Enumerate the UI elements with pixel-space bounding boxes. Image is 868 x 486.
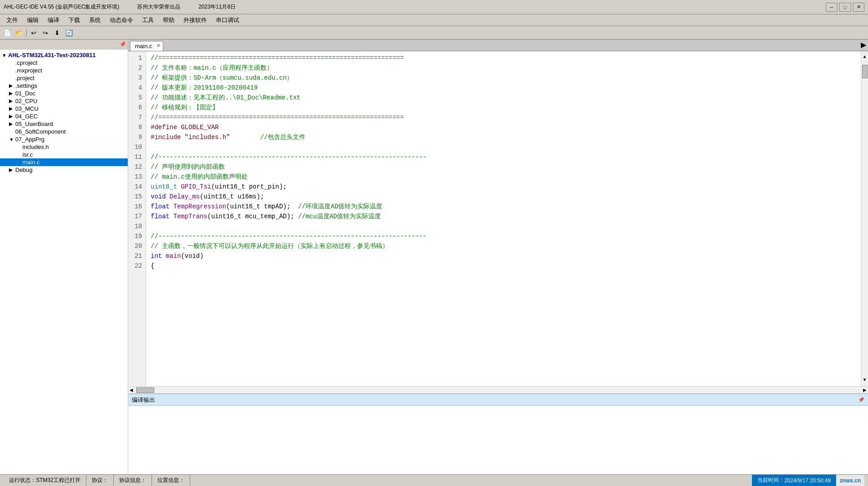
tree-item-project[interactable]: .project: [0, 74, 128, 82]
tree-item-04gec[interactable]: ▶ 04_GEC: [0, 112, 128, 120]
toolbar-redo[interactable]: ↪: [40, 27, 51, 38]
menu-help[interactable]: 帮助: [158, 15, 179, 25]
tree-arrow: ▶: [9, 121, 15, 127]
tree-item-01doc[interactable]: ▶ 01_Doc: [0, 90, 128, 97]
sidebar-pin-icon[interactable]: 📌: [120, 41, 126, 47]
code-content[interactable]: //======================================…: [146, 51, 861, 386]
line-num: 12: [132, 162, 142, 172]
menu-serial-debug[interactable]: 串口调试: [211, 15, 244, 25]
tree-label: .cproject: [15, 59, 37, 66]
toolbar-new[interactable]: 📄: [2, 27, 13, 38]
menu-compile[interactable]: 编译: [43, 15, 64, 25]
tree-label: isr.c: [22, 151, 33, 158]
menu-file[interactable]: 文件: [2, 15, 22, 25]
protocol-info-label: 协议信息：: [119, 477, 146, 484]
tree-item-mainc[interactable]: main.c: [0, 158, 128, 166]
tree-item-settings[interactable]: ▶ .settings: [0, 82, 128, 90]
h-scroll-thumb[interactable]: [136, 387, 154, 393]
line-num: 3: [132, 73, 142, 83]
tab-scroll-right-icon[interactable]: ▶: [861, 40, 866, 49]
maximize-button[interactable]: □: [839, 3, 851, 12]
tree-label: 01_Doc: [15, 90, 36, 97]
toolbar-refresh[interactable]: 🔄: [63, 27, 74, 38]
file-tree: ▼ AHL-STM32L431-Test-20230811 .cproject …: [0, 50, 128, 474]
line-num: 6: [132, 103, 142, 112]
line-num: 18: [132, 221, 142, 231]
tree-label: 03_MCU: [15, 105, 38, 112]
time-label: 当前时间：: [757, 477, 784, 484]
project-root[interactable]: ▼ AHL-STM32L431-Test-20230811: [0, 51, 128, 59]
menu-tools[interactable]: 工具: [138, 15, 158, 25]
h-scroll-right-icon[interactable]: ▶: [862, 387, 868, 392]
tree-label: .project: [15, 75, 35, 81]
output-content[interactable]: [128, 406, 868, 474]
tree-item-02cpu[interactable]: ▶ 02_CPU: [0, 97, 128, 105]
tree-label: .settings: [15, 82, 37, 89]
tree-item-mxproject[interactable]: .mxproject: [0, 67, 128, 74]
tree-label: Debug: [15, 166, 32, 173]
scroll-up-icon[interactable]: ▲: [862, 51, 867, 63]
tree-label: 05_UserBoard: [15, 121, 53, 127]
line-num: 20: [132, 241, 142, 251]
sidebar-header: 📌: [0, 40, 128, 50]
output-header: 编译输出 📌: [128, 394, 868, 406]
tree-arrow: ▶: [9, 113, 15, 119]
tree-item-05userboard[interactable]: ▶ 05_UserBoard: [0, 120, 128, 128]
tree-label: 04_GEC: [15, 113, 38, 120]
tree-arrow: [9, 129, 15, 135]
right-panel: main.c ✕ ▶ 1 2 3 4 5 6 7 8 9 10: [128, 40, 868, 474]
menu-edit[interactable]: 编辑: [22, 15, 43, 25]
menu-download[interactable]: 下载: [64, 15, 85, 25]
tree-arrow: [16, 144, 22, 150]
tree-item-07appprg[interactable]: ▼ 07_AppPrg: [0, 135, 128, 143]
status-protocol-info: 协议信息：: [114, 475, 152, 486]
toolbar-undo[interactable]: ↩: [28, 27, 39, 38]
tree-item-debug[interactable]: ▶ Debug: [0, 166, 128, 174]
line-num: 1: [132, 53, 142, 63]
tree-arrow: ▼: [9, 137, 15, 142]
line-num: 16: [132, 202, 142, 212]
editor-scrollbar[interactable]: ▲ ▼: [861, 51, 868, 386]
run-state-value: STM32工程已打开: [36, 477, 81, 484]
status-brand: znwx.cn: [836, 475, 864, 486]
line-num: 22: [132, 261, 142, 271]
tree-item-06softcomponent[interactable]: 06_SoftComponent: [0, 128, 128, 135]
minimize-button[interactable]: ─: [826, 3, 837, 12]
tab-mainc[interactable]: main.c ✕: [130, 41, 163, 51]
output-panel: 编译输出 📌: [128, 393, 868, 474]
status-run-state: 运行状态： STM32工程已打开: [4, 475, 86, 486]
scroll-thumb[interactable]: [862, 65, 868, 78]
file-sidebar: 📌 ▼ AHL-STM32L431-Test-20230811 .cprojec…: [0, 40, 128, 474]
tree-item-cproject[interactable]: .cproject: [0, 59, 128, 67]
output-title: 编译输出: [132, 396, 155, 404]
tree-arrow: [16, 160, 22, 165]
tree-label: 02_CPU: [15, 98, 37, 104]
toolbar-open[interactable]: 📂: [13, 27, 24, 38]
status-time: 当前时间： 2024/9/17 20:50:48: [752, 475, 836, 486]
horizontal-scrollbar[interactable]: ◀ ▶: [128, 386, 868, 393]
line-num: 13: [132, 172, 142, 182]
toolbar-down[interactable]: ⬇: [52, 27, 63, 38]
tree-item-includes[interactable]: includes.h: [0, 143, 128, 151]
tab-close-icon[interactable]: ✕: [157, 43, 161, 49]
menu-bar: 文件 编辑 编译 下载 系统 动态命令 工具 帮助 外接软件 串口调试: [0, 14, 868, 26]
status-position: 位置信息：: [152, 475, 190, 486]
position-label: 位置信息：: [157, 477, 184, 484]
output-pin-icon[interactable]: 📌: [858, 397, 864, 403]
code-editor[interactable]: 1 2 3 4 5 6 7 8 9 10 11 12 13 14 15 16 1: [128, 51, 868, 386]
tree-arrow: ▶: [9, 167, 15, 173]
status-protocol: 协议：: [86, 475, 114, 486]
close-button[interactable]: ✕: [853, 3, 864, 12]
tree-item-03mcu[interactable]: ▶ 03_MCU: [0, 105, 128, 112]
line-num: 14: [132, 182, 142, 192]
title-bar: AHL-GEC-IDE V4.55 (金葫芦GEC集成开发环境) 苏州大学荣誉出…: [0, 0, 868, 14]
scroll-down-icon[interactable]: ▼: [862, 374, 867, 386]
h-scroll-left-icon[interactable]: ◀: [128, 387, 134, 392]
toolbar-separator-1: [26, 28, 27, 37]
menu-system[interactable]: 系统: [85, 15, 105, 25]
tree-item-isr[interactable]: isr.c: [0, 151, 128, 158]
menu-external-software[interactable]: 外接软件: [179, 15, 211, 25]
line-num: 4: [132, 83, 142, 93]
menu-dynamic-cmd[interactable]: 动态命令: [105, 15, 138, 25]
tree-arrow: ▶: [9, 83, 15, 89]
